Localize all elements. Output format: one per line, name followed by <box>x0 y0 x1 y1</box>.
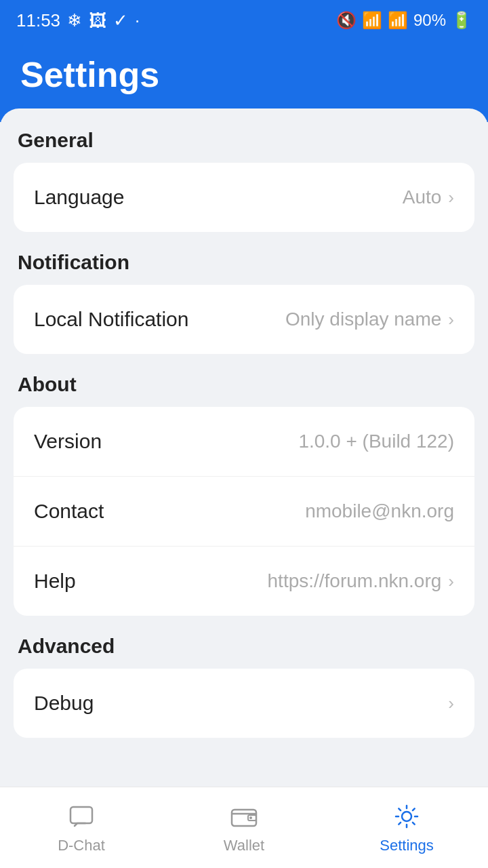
language-label: Language <box>34 186 124 209</box>
status-bar: 11:53 ❄ 🖼 ✓ · 🔇 📶 📶 90% 🔋 <box>0 0 488 41</box>
debug-value: › <box>448 693 454 714</box>
battery-percent: 90% <box>413 11 446 30</box>
wallet-label: Wallet <box>224 837 264 854</box>
battery-icon: 🔋 <box>451 11 472 30</box>
advanced-section: Advanced Debug › <box>14 635 474 738</box>
about-section-title: About <box>18 373 474 396</box>
dchat-label: D-Chat <box>58 837 105 854</box>
contact-value: nmobile@nkn.org <box>305 500 454 522</box>
dchat-icon <box>66 802 96 831</box>
local-notification-label: Local Notification <box>34 308 188 331</box>
help-label: Help <box>34 570 76 593</box>
bottom-nav: D-Chat Wallet Settings <box>0 787 488 868</box>
image-icon: 🖼 <box>89 10 106 31</box>
notification-card: Local Notification Only display name › <box>14 285 474 354</box>
wallet-icon <box>229 802 259 831</box>
help-item[interactable]: Help https://forum.nkn.org › <box>14 547 474 616</box>
mute-icon: 🔇 <box>336 11 357 30</box>
nav-item-wallet[interactable]: Wallet <box>163 802 325 854</box>
general-section: General Language Auto › <box>14 129 474 232</box>
advanced-section-title: Advanced <box>18 635 474 658</box>
time: 11:53 <box>16 10 60 31</box>
status-right: 🔇 📶 📶 90% 🔋 <box>336 11 472 30</box>
help-value: https://forum.nkn.org › <box>268 570 454 592</box>
nav-item-settings[interactable]: Settings <box>325 802 488 854</box>
general-section-title: General <box>18 129 474 152</box>
check-icon: ✓ <box>113 10 128 31</box>
svg-rect-1 <box>232 810 256 826</box>
wifi-icon: 📶 <box>362 11 382 30</box>
settings-icon <box>392 802 422 831</box>
signal-icon: 📶 <box>388 11 408 30</box>
version-label: Version <box>34 430 102 453</box>
version-item: Version 1.0.0 + (Build 122) <box>14 407 474 477</box>
debug-label: Debug <box>34 692 94 715</box>
language-item[interactable]: Language Auto › <box>14 163 474 232</box>
notification-section: Notification Local Notification Only dis… <box>14 251 474 354</box>
language-value: Auto › <box>403 186 454 208</box>
local-notification-item[interactable]: Local Notification Only display name › <box>14 285 474 354</box>
language-chevron: › <box>448 187 454 208</box>
version-value: 1.0.0 + (Build 122) <box>298 431 454 452</box>
page-title: Settings <box>20 54 468 95</box>
help-chevron: › <box>448 571 454 592</box>
notification-section-title: Notification <box>18 251 474 274</box>
notification-icon: ❄ <box>67 10 82 31</box>
advanced-card: Debug › <box>14 669 474 738</box>
contact-item: Contact nmobile@nkn.org <box>14 477 474 547</box>
about-card: Version 1.0.0 + (Build 122) Contact nmob… <box>14 407 474 616</box>
local-notification-chevron: › <box>448 309 454 330</box>
about-section: About Version 1.0.0 + (Build 122) Contac… <box>14 373 474 616</box>
general-card: Language Auto › <box>14 163 474 232</box>
settings-content: General Language Auto › Notification Loc… <box>0 108 488 787</box>
nav-item-dchat[interactable]: D-Chat <box>0 802 163 854</box>
local-notification-value: Only display name › <box>285 309 454 330</box>
status-left: 11:53 ❄ 🖼 ✓ · <box>16 10 140 31</box>
debug-item[interactable]: Debug › <box>14 669 474 738</box>
contact-label: Contact <box>34 500 104 523</box>
settings-label: Settings <box>380 837 434 854</box>
svg-rect-0 <box>70 807 92 823</box>
svg-point-4 <box>402 812 411 821</box>
svg-point-3 <box>249 816 252 819</box>
dot-icon: · <box>135 10 140 31</box>
debug-chevron: › <box>448 693 454 714</box>
